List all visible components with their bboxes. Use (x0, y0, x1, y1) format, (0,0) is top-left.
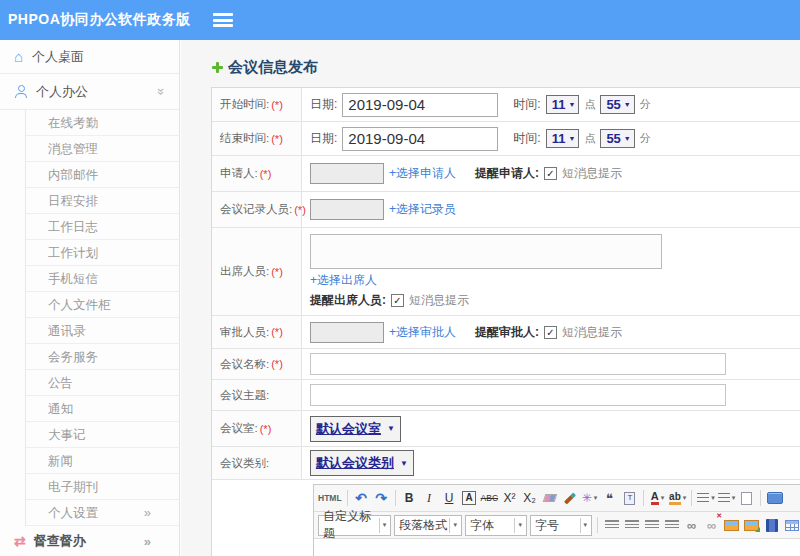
sidebar-item-message-management[interactable]: 消息管理 (26, 136, 179, 162)
paste-icon[interactable] (621, 488, 638, 508)
undo-icon[interactable]: ↶ (353, 488, 370, 508)
required-marker: (*) (271, 326, 283, 338)
sidebar-item-contacts[interactable]: 通讯录 (26, 318, 179, 344)
form-row-approver: 审批人员: (*) +选择审批人 提醒审批人: ✓ 短消息提示 (212, 316, 800, 349)
ordered-list-icon[interactable]: ▾ (697, 488, 715, 508)
sidebar-item-conference-service[interactable]: 会务服务 (26, 344, 179, 370)
end-hour-select[interactable]: 11 ▼ (546, 129, 580, 148)
app-title: PHPOA协同办公软件政务版 (0, 11, 191, 29)
meeting-subject-input[interactable] (310, 384, 726, 406)
start-hour-select[interactable]: 11 ▼ (546, 95, 580, 114)
font-size-select[interactable]: 字号 ▾ (530, 515, 592, 536)
superscript-button[interactable]: X² (501, 488, 518, 508)
time-label: 时间: (513, 96, 540, 113)
caret-down-icon: ▼ (624, 135, 631, 142)
recorder-input[interactable] (310, 199, 384, 220)
sidebar-item-file-cabinet[interactable]: 个人文件柜 (26, 292, 179, 318)
applicant-sms-checkbox[interactable]: ✓ (544, 167, 557, 180)
attendees-textarea[interactable] (310, 234, 662, 269)
attendees-label: 出席人员: (220, 264, 269, 279)
italic-button[interactable]: I (421, 488, 438, 508)
underline-button[interactable]: U (441, 488, 458, 508)
sidebar-item-work-log[interactable]: 工作日志 (26, 214, 179, 240)
insert-image-icon[interactable] (723, 515, 740, 535)
align-right-icon[interactable] (643, 515, 660, 535)
meeting-name-input[interactable] (310, 353, 726, 375)
font-color-button[interactable]: A▾ (649, 488, 666, 508)
eraser-icon[interactable] (541, 488, 558, 508)
page-title-bar: 会议信息发布 (181, 40, 800, 87)
sidebar-item-internal-mail[interactable]: 内部邮件 (26, 162, 179, 188)
unordered-list-icon[interactable]: ▾ (718, 488, 736, 508)
start-date-input[interactable] (342, 93, 498, 117)
minute-unit: 分 (640, 97, 651, 112)
attendees-sms-checkbox[interactable]: ✓ (391, 294, 404, 307)
sidebar-item-announcement[interactable]: 公告 (26, 370, 179, 396)
hour-unit: 点 (584, 97, 595, 112)
sidebar-item-online-attendance[interactable]: 在线考勤 (26, 110, 179, 136)
select-approver-link[interactable]: +选择审批人 (389, 324, 456, 341)
upload-image-icon[interactable] (743, 515, 760, 535)
sidebar-item-news[interactable]: 新闻 (26, 448, 179, 474)
approver-input[interactable] (310, 322, 384, 343)
meeting-category-label: 会议类别: (220, 456, 269, 471)
align-left-icon[interactable] (603, 515, 620, 535)
time-label: 时间: (513, 130, 540, 147)
editor-content-area[interactable] (314, 539, 800, 556)
insert-table-icon[interactable] (783, 515, 800, 535)
start-time-label: 开始时间: (220, 97, 269, 112)
select-attendees-link[interactable]: +选择出席人 (310, 272, 377, 289)
form-row-meeting-subject: 会议主题: (212, 380, 800, 411)
start-minute-select[interactable]: 55 ▼ (600, 95, 634, 114)
format-brush-icon[interactable] (561, 488, 578, 508)
insert-media-icon[interactable] (763, 515, 780, 535)
custom-heading-select[interactable]: 自定义标题 ▾ (318, 515, 391, 536)
sidebar-item-work-plan[interactable]: 工作计划 (26, 240, 179, 266)
subscript-button[interactable]: X₂ (521, 488, 538, 508)
remind-approver-label: 提醒审批人: (475, 324, 539, 341)
strikethrough-button[interactable]: ABC (481, 488, 498, 508)
sidebar-item-personal-desktop[interactable]: ⌂ 个人桌面 (0, 40, 179, 74)
remind-applicant-label: 提醒申请人: (475, 165, 539, 182)
fullscreen-icon[interactable] (766, 488, 783, 508)
redo-icon[interactable]: ↷ (373, 488, 390, 508)
sidebar-item-supervision[interactable]: ⇄ 督查督办 » (0, 526, 179, 556)
end-minute-select[interactable]: 55 ▼ (600, 129, 634, 148)
sms-hint-label: 短消息提示 (562, 324, 622, 341)
sidebar-item-milestones[interactable]: 大事记 (26, 422, 179, 448)
sidebar-item-e-journal[interactable]: 电子期刊 (26, 474, 179, 500)
sidebar-item-personal-office[interactable]: 个人办公 » (0, 74, 179, 110)
magic-wand-icon[interactable]: ✳▾ (581, 488, 598, 508)
bold-button[interactable]: B (401, 488, 418, 508)
html-source-button[interactable]: HTML (318, 488, 342, 508)
required-marker: (*) (271, 133, 283, 145)
applicant-input[interactable] (310, 163, 384, 184)
select-applicant-link[interactable]: +选择申请人 (389, 165, 456, 182)
sidebar-item-schedule[interactable]: 日程安排 (26, 188, 179, 214)
blockquote-icon[interactable]: ❝ (601, 488, 618, 508)
end-date-input[interactable] (342, 127, 498, 151)
remove-link-icon[interactable]: ∞ (703, 515, 720, 535)
highlight-color-button[interactable]: ab▾ (669, 488, 686, 508)
meeting-room-select[interactable]: 默认会议室 ▼ (310, 416, 401, 442)
select-recorder-link[interactable]: +选择记录员 (389, 201, 456, 218)
sidebar-item-personal-settings[interactable]: 个人设置 » (26, 500, 179, 526)
border-text-button[interactable]: A (462, 491, 475, 505)
sidebar-item-notice[interactable]: 通知 (26, 396, 179, 422)
meeting-name-label: 会议名称: (220, 357, 269, 372)
hamburger-menu-icon[interactable] (213, 13, 233, 27)
paragraph-format-select[interactable]: 段落格式 ▾ (394, 515, 462, 536)
hour-unit: 点 (584, 131, 595, 146)
sidebar-item-sms[interactable]: 手机短信 (26, 266, 179, 292)
chevron-down-icon: » (154, 88, 169, 95)
new-page-icon[interactable] (738, 488, 755, 508)
meeting-category-select[interactable]: 默认会议类别 ▼ (310, 450, 414, 476)
editor-toolbar-row1: HTML ↶ ↷ B I U A ABC X² X₂ (314, 485, 800, 512)
font-family-select[interactable]: 字体 ▾ (465, 515, 527, 536)
applicant-label: 申请人: (220, 166, 258, 181)
align-center-icon[interactable] (623, 515, 640, 535)
align-justify-icon[interactable] (663, 515, 680, 535)
approver-sms-checkbox[interactable]: ✓ (544, 326, 557, 339)
date-label: 日期: (310, 130, 337, 147)
insert-link-icon[interactable]: ∞ (683, 515, 700, 535)
